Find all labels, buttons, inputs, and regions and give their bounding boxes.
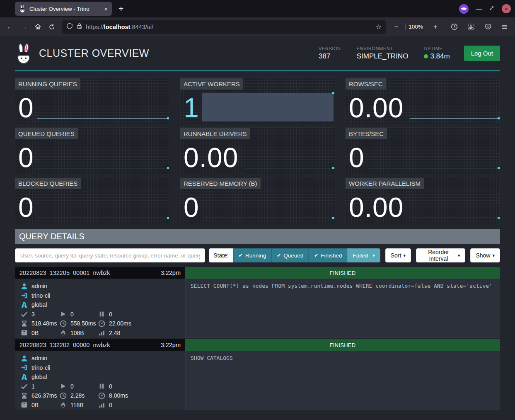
zoom-out-button[interactable]: − (390, 21, 402, 33)
queued-splits: 0 (98, 383, 185, 390)
home-button[interactable] (32, 21, 44, 33)
history-clock-icon[interactable] (448, 21, 461, 33)
zoom-level[interactable]: 100% (409, 24, 423, 30)
sparkline-dot (332, 217, 334, 219)
user-icon (21, 355, 28, 362)
reload-button[interactable] (46, 21, 58, 33)
screenshot-scissors-icon[interactable] (465, 21, 477, 33)
caret-down-icon: ▾ (458, 253, 460, 258)
check-icon: ✔ (314, 252, 318, 258)
query-header-left: 20220823_132202_00000_nwbzk 3:22pm (15, 339, 185, 351)
new-tab-button[interactable]: + (118, 4, 123, 14)
state-failed-dropdown[interactable]: Failed ▾ (347, 248, 380, 262)
query-id-link[interactable]: 20220823_132205_00001_nwbzk (19, 269, 110, 276)
query-body: admin trino-cli global 3 (15, 279, 500, 338)
bookmark-star-icon[interactable]: ☆ (376, 23, 382, 31)
sort-dropdown[interactable]: Sort ▾ (385, 248, 411, 262)
query-stats-panel: admin trino-cli global 1 (15, 351, 185, 410)
resource-group-road-icon (21, 301, 28, 308)
gauge-icon (98, 320, 105, 327)
tile-label: WORKER PARALLELISM (346, 178, 424, 189)
hourglass-icon (21, 392, 28, 399)
tab-title: Cluster Overview - Trino (29, 6, 102, 12)
tile-value: 0 (18, 194, 34, 221)
reorder-interval-dropdown[interactable]: Reorder Interval ▾ (416, 248, 466, 262)
sparkline-dot (167, 217, 169, 219)
query-times-row: 518.48ms 558.50ms 22.00ms (21, 319, 185, 328)
current-memory: 0B (21, 329, 60, 336)
zoom-controls: − 100% + (390, 21, 442, 33)
query-status-badge: FINISHED (185, 339, 500, 351)
gauge-icon (98, 392, 105, 399)
state-queued-button[interactable]: ✔ Queued (271, 248, 309, 262)
check-icon (21, 311, 28, 318)
query-search-input[interactable] (15, 248, 205, 262)
environment-label: ENVIRONMENT (357, 46, 409, 51)
tab-close-icon[interactable]: × (104, 5, 108, 12)
trino-page: CLUSTER OVERVIEW VERSION 387 ENVIRONMENT… (0, 36, 515, 420)
tile-reserved-memory: RESERVED MEMORY (B) 0 (180, 177, 335, 223)
private-browsing-icon (459, 4, 469, 14)
window-close-button[interactable]: × (502, 4, 511, 13)
zoom-in-button[interactable]: + (429, 21, 442, 33)
query-body: admin trino-cli global 1 (15, 351, 500, 410)
check-icon (21, 383, 28, 390)
tile-bytes-sec: BYTES/SEC 0 (346, 127, 500, 174)
tile-value: 0.00 (349, 94, 404, 121)
tile-queued-queries: QUEUED QUERIES 0 (15, 127, 169, 174)
sparkline-area (202, 93, 334, 121)
browser-nav-bar: ← → https://localhost:8443/ui/ ☆ − 100% … (0, 17, 515, 36)
sparkline (410, 118, 499, 119)
url-text: https://localhost:8443/ui/ (86, 24, 372, 30)
tile-label: ROWS/SEC (346, 78, 386, 90)
tile-label: QUEUED QUERIES (15, 128, 78, 139)
query-header: 20220823_132202_00000_nwbzk 3:22pm FINIS… (15, 339, 500, 351)
tile-value: 0.00 (349, 194, 404, 221)
clock-icon (60, 320, 67, 327)
version-label: VERSION (319, 46, 341, 51)
sparkline-dot (167, 167, 169, 169)
url-bar[interactable]: https://localhost:8443/ui/ ☆ (62, 20, 386, 34)
query-user-row: admin (21, 354, 185, 363)
pocket-icon[interactable] (482, 21, 494, 33)
environment-value: SIMPLE_TRINO (357, 52, 409, 61)
version-value: 387 (319, 52, 341, 61)
cluster-hud: RUNNING QUERIES 0 ACTIVE WORKERS 1 ROWS/… (15, 78, 500, 223)
back-button[interactable]: ← (4, 21, 17, 33)
pause-icon (98, 311, 105, 318)
pause-icon (98, 383, 105, 390)
menu-hamburger-icon[interactable] (498, 21, 511, 33)
state-running-button[interactable]: ✔ Running (233, 248, 271, 262)
show-dropdown[interactable]: Show ▾ (470, 248, 500, 262)
wall-time: 518.48ms (21, 320, 60, 327)
divider (426, 24, 426, 30)
browser-tab[interactable]: Cluster Overview - Trino × (15, 2, 112, 16)
tile-label: BYTES/SEC (346, 128, 387, 139)
queued-splits: 0 (98, 311, 185, 318)
lock-warning-icon[interactable] (76, 23, 82, 31)
scale-icon (21, 329, 28, 336)
user-icon (21, 283, 28, 290)
tile-worker-parallelism: WORKER PARALLELISM 0.00 (346, 177, 500, 223)
caret-down-icon: ▾ (492, 253, 495, 258)
window-minimize-button[interactable]: — (476, 5, 481, 12)
logout-button[interactable]: Log Out (464, 46, 500, 61)
check-icon: ✔ (239, 252, 243, 258)
tracking-shield-icon[interactable] (66, 23, 73, 31)
query-id-link[interactable]: 20220823_132202_00000_nwbzk (19, 342, 110, 348)
query-splits-row: 1 0 0 (21, 382, 185, 391)
window-restore-button[interactable] (489, 5, 494, 12)
version-meta: VERSION 387 (319, 46, 341, 61)
tile-value: 0 (18, 144, 34, 171)
tile-label: RUNNING QUERIES (15, 78, 80, 90)
tile-label: RESERVED MEMORY (B) (180, 178, 261, 189)
divider (405, 24, 406, 30)
state-finished-button[interactable]: ✔ Finished (309, 248, 347, 262)
query-time: 3:22pm (161, 342, 181, 348)
forward-button[interactable]: → (18, 21, 31, 33)
current-memory: 0B (21, 401, 60, 408)
page-title: CLUSTER OVERVIEW (39, 47, 149, 59)
query-resource-group-row: global (21, 372, 185, 382)
check-icon: ✔ (277, 252, 281, 258)
query-source-row: trino-cli (21, 291, 185, 301)
